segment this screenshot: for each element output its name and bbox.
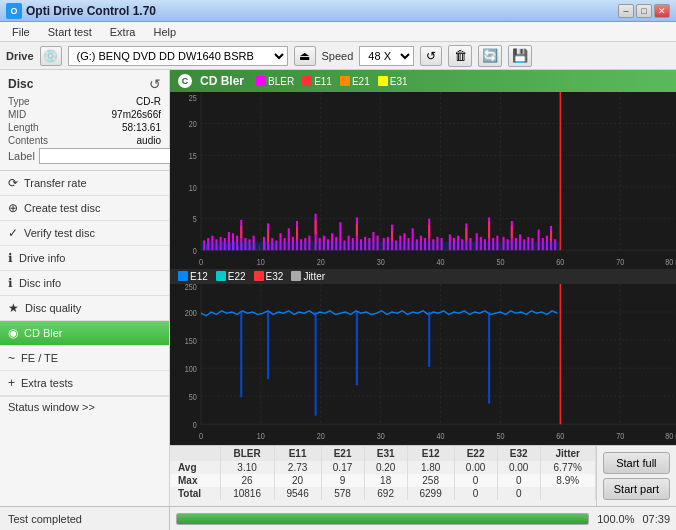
col-header-e31: E31 (364, 446, 407, 461)
svg-text:100: 100 (185, 364, 198, 374)
drive-info-icon: ℹ (8, 251, 13, 265)
sidebar-item-cd-bler[interactable]: ◉ CD Bler (0, 321, 169, 346)
row-total-bler: 10816 (220, 487, 274, 500)
row-avg-jitter: 6.77% (540, 461, 595, 474)
row-max-e32: 0 (497, 474, 540, 487)
col-header-row (170, 446, 220, 461)
disc-length-label: Length (8, 122, 39, 133)
menu-bar: File Start test Extra Help (0, 22, 676, 42)
legend-e12: E12 (178, 271, 208, 282)
legend-e12-color (178, 271, 188, 281)
disc-label-label: Label (8, 150, 35, 162)
row-total-e31: 692 (364, 487, 407, 500)
legend-bler-label: BLER (268, 76, 294, 87)
data-table: BLER E11 E21 E31 E12 E22 E32 Jitter Avg (170, 446, 596, 500)
row-max-e11: 20 (274, 474, 321, 487)
col-header-e12: E12 (407, 446, 454, 461)
sidebar-item-status-window[interactable]: Status window >> (0, 396, 169, 417)
sidebar-item-disc-info[interactable]: ℹ Disc info (0, 271, 169, 296)
sidebar-item-fe-te[interactable]: ~ FE / TE (0, 346, 169, 371)
verify-test-disc-label: Verify test disc (24, 227, 95, 239)
col-header-bler: BLER (220, 446, 274, 461)
status-right: 100.0% 07:39 (170, 513, 676, 525)
svg-text:0: 0 (193, 246, 198, 256)
drive-select[interactable]: (G:) BENQ DVD DD DW1640 BSRB (68, 46, 288, 66)
toolbar-refresh-btn[interactable]: 🔄 (478, 45, 502, 67)
minimize-button[interactable]: – (618, 4, 634, 18)
row-avg-e12: 1.80 (407, 461, 454, 474)
drive-icon-btn[interactable]: 💿 (40, 46, 62, 66)
svg-text:60: 60 (556, 257, 565, 267)
legend-e22-color (216, 271, 226, 281)
speed-select[interactable]: 48 X (359, 46, 414, 66)
svg-text:20: 20 (317, 431, 326, 441)
legend-e11: E11 (302, 76, 332, 87)
charts-area: 0 5 10 15 20 25 0 10 20 30 40 50 60 70 8… (170, 92, 676, 445)
svg-text:0: 0 (193, 420, 198, 430)
svg-rect-132 (213, 243, 214, 250)
menu-help[interactable]: Help (145, 24, 184, 40)
svg-text:200: 200 (185, 308, 198, 318)
maximize-button[interactable]: □ (636, 4, 652, 18)
disc-label-input[interactable] (39, 148, 172, 164)
svg-text:20: 20 (189, 120, 198, 130)
disc-contents-value: audio (137, 135, 161, 146)
svg-text:10: 10 (189, 183, 198, 193)
toolbar-clear-btn[interactable]: 🗑 (448, 45, 472, 67)
row-avg-e11: 2.73 (274, 461, 321, 474)
table-section: BLER E11 E21 E31 E12 E22 E32 Jitter Avg (170, 446, 596, 506)
svg-rect-145 (269, 244, 270, 250)
row-max-jitter: 8.9% (540, 474, 595, 487)
nav-list: ⟳ Transfer rate ⊕ Create test disc ✓ Ver… (0, 171, 169, 506)
close-button[interactable]: ✕ (654, 4, 670, 18)
main-content: Disc ↺ Type CD-R MID 97m26s66f Length 58… (0, 70, 676, 506)
svg-text:25: 25 (189, 93, 198, 103)
fe-te-label: FE / TE (21, 352, 58, 364)
svg-text:150: 150 (185, 336, 198, 346)
speed-refresh-btn[interactable]: ↺ (420, 46, 442, 66)
start-part-button[interactable]: Start part (603, 478, 670, 500)
legend-e21-color (340, 76, 350, 86)
disc-contents-label: Contents (8, 135, 48, 146)
svg-rect-133 (218, 245, 219, 250)
sidebar-item-transfer-rate[interactable]: ⟳ Transfer rate (0, 171, 169, 196)
sidebar-item-disc-quality[interactable]: ★ Disc quality (0, 296, 169, 321)
sidebar-item-verify-test-disc[interactable]: ✓ Verify test disc (0, 221, 169, 246)
menu-extra[interactable]: Extra (102, 24, 144, 40)
toolbar-save-btn[interactable]: 💾 (508, 45, 532, 67)
legend-e31: E31 (378, 76, 408, 87)
row-max-e31: 18 (364, 474, 407, 487)
svg-rect-124 (465, 228, 467, 240)
svg-rect-147 (170, 284, 676, 443)
svg-rect-146 (273, 243, 274, 250)
disc-type-label: Type (8, 96, 30, 107)
disc-refresh-btn[interactable]: ↺ (149, 76, 161, 92)
svg-rect-182 (240, 312, 242, 397)
svg-text:80 min: 80 min (665, 431, 676, 441)
svg-rect-123 (428, 225, 430, 238)
status-window-label: Status window >> (8, 401, 95, 413)
svg-rect-143 (259, 245, 260, 250)
row-avg-e32: 0.00 (497, 461, 540, 474)
svg-text:80 min: 80 min (665, 257, 676, 267)
svg-rect-144 (265, 242, 266, 251)
progress-bar-fill (177, 514, 588, 524)
col-header-e11: E11 (274, 446, 321, 461)
start-full-button[interactable]: Start full (603, 452, 670, 474)
fe-te-icon: ~ (8, 351, 15, 365)
drive-eject-btn[interactable]: ⏏ (294, 46, 316, 66)
svg-rect-130 (206, 244, 207, 250)
svg-rect-125 (488, 222, 490, 238)
legend-jitter: Jitter (291, 271, 325, 282)
sidebar-item-drive-info[interactable]: ℹ Drive info (0, 246, 169, 271)
lower-chart-svg: 0 50 100 150 200 250 0 10 20 30 40 50 60… (170, 284, 676, 443)
menu-start-test[interactable]: Start test (40, 24, 100, 40)
row-max-e12: 258 (407, 474, 454, 487)
row-max-e22: 0 (454, 474, 497, 487)
sidebar-item-extra-tests[interactable]: + Extra tests (0, 371, 169, 396)
menu-file[interactable]: File (4, 24, 38, 40)
status-bar: Test completed 100.0% 07:39 (0, 506, 676, 530)
disc-info-icon: ℹ (8, 276, 13, 290)
sidebar-item-create-test-disc[interactable]: ⊕ Create test disc (0, 196, 169, 221)
col-header-jitter: Jitter (540, 446, 595, 461)
